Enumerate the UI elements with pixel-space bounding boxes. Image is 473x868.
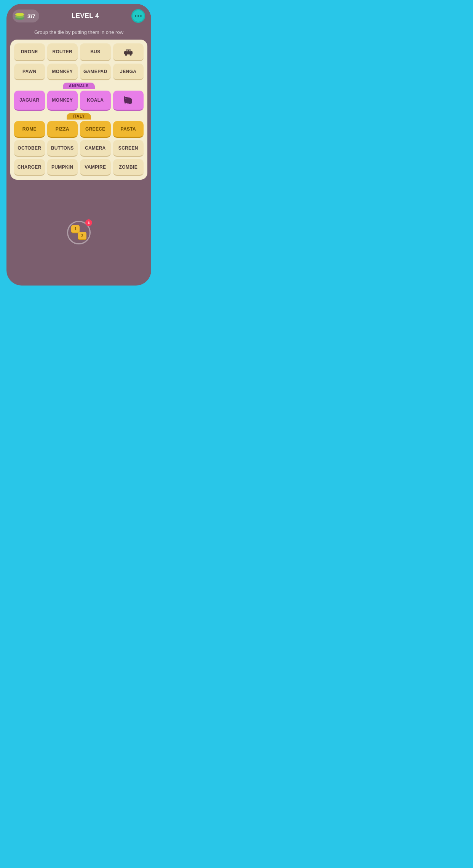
tile-monkey[interactable]: MONKEY [47, 64, 78, 80]
hint-button[interactable]: 1 2 3 [66, 219, 92, 246]
animals-row: JAGUAR MONKEY KOALA [14, 91, 144, 111]
layers-icon [14, 11, 25, 21]
tile-zombie[interactable]: ZOMBIE [113, 159, 144, 176]
tile-row-1: DRONE ROUTER BUS [14, 43, 144, 61]
italy-group-label-row: ITALY [14, 113, 144, 120]
hint-tiles: 1 2 [71, 225, 86, 240]
tile-monkey-animal[interactable]: MONKEY [47, 91, 78, 111]
tile-jenga[interactable]: JENGA [113, 64, 144, 80]
tile-car[interactable] [113, 43, 144, 61]
tile-row-6: CHARGER PUMPKIN VAMPIRE ZOMBIE [14, 159, 144, 176]
tile-drone[interactable]: DRONE [14, 43, 45, 61]
svg-rect-8 [129, 50, 131, 51]
score-badge: 3\7 [13, 10, 39, 22]
italy-row: ROME PIZZA GREECE PASTA [14, 121, 144, 138]
tile-camera[interactable]: CAMERA [80, 140, 111, 157]
tile-greece[interactable]: GREECE [80, 121, 111, 138]
animals-label: ANIMALS [63, 83, 95, 89]
tile-jaguar[interactable]: JAGUAR [14, 91, 45, 111]
svg-point-17 [129, 102, 131, 104]
tile-pasta[interactable]: PASTA [113, 121, 144, 138]
car-icon [123, 48, 134, 56]
tile-elephant[interactable] [113, 91, 144, 111]
hint-badge: 3 [85, 219, 92, 226]
elephant-icon [123, 95, 134, 105]
tile-charger[interactable]: CHARGER [14, 159, 45, 176]
svg-point-2 [15, 13, 24, 16]
score-text: 3\7 [27, 13, 35, 19]
tile-screen[interactable]: SCREEN [113, 140, 144, 157]
svg-point-13 [125, 98, 126, 99]
tile-koala[interactable]: KOALA [80, 91, 111, 111]
phone-frame: 3\7 LEVEL 4 Group the tile by putting th… [6, 4, 151, 286]
tile-pawn[interactable]: PAWN [14, 64, 45, 80]
svg-rect-15 [124, 96, 125, 98]
tile-bus[interactable]: BUS [80, 43, 111, 61]
menu-button[interactable] [131, 9, 145, 23]
tile-row-5: OCTOBER BUTTONS CAMERA SCREEN [14, 140, 144, 157]
game-board: DRONE ROUTER BUS PAWN MONKEY GAMEPAD JEN… [10, 40, 147, 180]
svg-rect-7 [126, 50, 128, 51]
tile-pizza[interactable]: PIZZA [47, 121, 78, 138]
tile-row-2: PAWN MONKEY GAMEPAD JENGA [14, 64, 144, 80]
dots-icon [135, 15, 142, 17]
tile-buttons[interactable]: BUTTONS [47, 140, 78, 157]
tile-vampire[interactable]: VAMPIRE [80, 159, 111, 176]
hint-tile-2: 2 [78, 232, 86, 240]
tile-pumpkin[interactable]: PUMPKIN [47, 159, 78, 176]
italy-label: ITALY [67, 113, 91, 120]
animals-group-label-row: ANIMALS [14, 83, 144, 89]
tile-rome[interactable]: ROME [14, 121, 45, 138]
tile-router[interactable]: ROUTER [47, 43, 78, 61]
level-title: LEVEL 4 [72, 12, 99, 20]
header: 3\7 LEVEL 4 [6, 4, 151, 27]
tile-gamepad[interactable]: GAMEPAD [80, 64, 111, 80]
bottom-area: 1 2 3 [66, 180, 92, 286]
tile-october[interactable]: OCTOBER [14, 140, 45, 157]
subtitle-text: Group the tile by putting them in one ro… [23, 27, 135, 40]
